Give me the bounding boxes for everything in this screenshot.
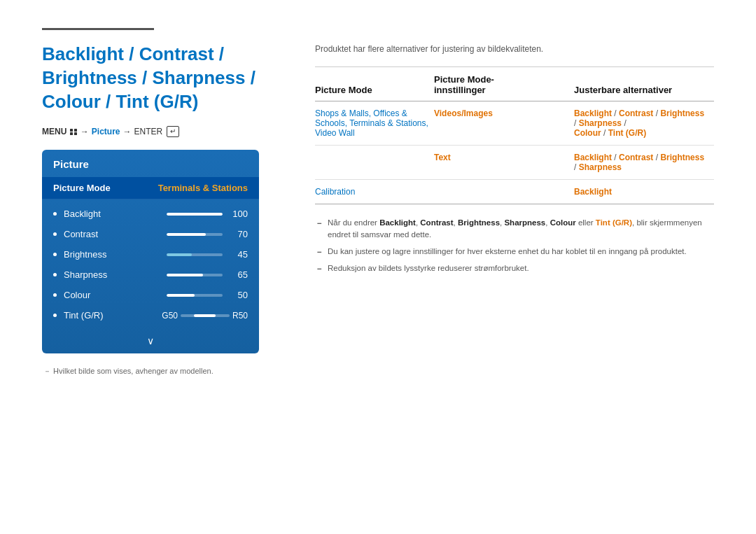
- slider-fill-sharpness: [167, 274, 203, 276]
- item-label-sharpness: Sharpness: [64, 269, 167, 280]
- item-label-contrast: Contrast: [64, 229, 167, 239]
- notes-section: － Når du endrer Backlight, Contrast, Bri…: [315, 217, 714, 275]
- cell-adjustable-3: Backlight: [574, 180, 714, 204]
- adj-backlight-2: Backlight: [574, 153, 612, 162]
- note-item-1: － Når du endrer Backlight, Contrast, Bri…: [315, 217, 714, 241]
- table-row: Text Backlight / Contrast / Brightness /…: [315, 146, 714, 180]
- adj-backlight-3: Backlight: [574, 187, 612, 197]
- cell-mode-3: Calibration: [315, 180, 434, 204]
- mode-link-calibration: Calibration: [315, 187, 355, 197]
- adj-sharpness-2: Sharpness: [579, 162, 622, 172]
- slider-value-brightness: 45: [228, 249, 248, 260]
- mode-link-shops: Shops & Malls, Offices & Schools, Termin…: [315, 108, 428, 138]
- page-container: Backlight / Contrast / Brightness / Shar…: [0, 0, 756, 534]
- tint-bar: [181, 314, 230, 317]
- note-dash-3: －: [315, 263, 323, 275]
- left-section: Backlight / Contrast / Brightness / Shar…: [42, 43, 287, 377]
- adj-brightness-1: Brightness: [660, 108, 704, 118]
- right-intro-text: Produktet har flere alternativer for jus…: [315, 43, 714, 54]
- adj-contrast-2: Contrast: [619, 153, 653, 162]
- tint-right-label: R50: [232, 311, 248, 321]
- info-table: Picture Mode Picture Mode-innstillinger …: [315, 67, 714, 204]
- item-label-brightness: Brightness: [64, 249, 167, 260]
- adj-sep-1d: /: [624, 118, 626, 128]
- slider-value-backlight: 100: [228, 209, 248, 219]
- menu-grid-icon: [70, 129, 77, 136]
- enter-icon: ↵: [167, 126, 179, 137]
- col-header-mode: Picture Mode: [315, 67, 434, 101]
- slider-sharpness[interactable]: 65: [167, 269, 248, 280]
- picture-panel: Picture Picture Mode Terminals & Station…: [42, 150, 259, 353]
- note-text-3: Reduksjon av bildets lysstyrke reduserer…: [328, 262, 529, 274]
- menu-item-tint[interactable]: Tint (G/R) G50 R50: [42, 305, 259, 325]
- menu-item-brightness[interactable]: Brightness 45: [42, 244, 259, 265]
- slider-value-colour: 50: [228, 290, 248, 300]
- menu-item-colour[interactable]: Colour 50: [42, 285, 259, 305]
- col-header-adjustable: Justerbare alternativer: [574, 67, 714, 101]
- cell-mode-1: Shops & Malls, Offices & Schools, Termin…: [315, 101, 434, 146]
- slider-bar-colour: [167, 294, 223, 297]
- adj-tint-1: Tint (G/R): [608, 128, 646, 138]
- adj-contrast-1: Contrast: [619, 108, 653, 118]
- adj-colour-1: Colour: [574, 128, 601, 138]
- settings-videos: Videos/Images: [434, 108, 493, 118]
- enter-arrow-icon: ↵: [170, 127, 176, 136]
- tint-slider[interactable]: G50 R50: [162, 311, 248, 321]
- adj-sep-2c: /: [574, 162, 579, 172]
- table-row: Calibration Backlight: [315, 180, 714, 204]
- right-section: Produktet har flere alternativer for jus…: [315, 43, 714, 275]
- menu-item-contrast[interactable]: Contrast 70: [42, 224, 259, 244]
- slider-bar-backlight: [167, 213, 223, 216]
- dot-icon: [53, 253, 57, 256]
- menu-items-list: Backlight 100 Contrast: [42, 199, 259, 330]
- slider-contrast[interactable]: 70: [167, 229, 248, 239]
- chevron-down-icon: ∨: [147, 335, 154, 346]
- cell-settings-1: Videos/Images: [434, 101, 574, 146]
- adj-sharpness-1: Sharpness: [579, 118, 622, 128]
- cell-settings-3: [434, 180, 574, 204]
- note-text-1: Når du endrer Backlight, Contrast, Brigh…: [328, 217, 714, 241]
- slider-colour[interactable]: 50: [167, 290, 248, 300]
- menu-path: MENU → Picture → ENTER ↵: [42, 126, 287, 137]
- dot-icon: [53, 232, 57, 236]
- picture-mode-row[interactable]: Picture Mode Terminals & Stations: [42, 177, 259, 199]
- col-header-settings: Picture Mode-innstillinger: [434, 67, 574, 101]
- note-dash-1: －: [315, 218, 323, 230]
- adj-backlight-1: Backlight: [574, 108, 612, 118]
- menu-item-sharpness[interactable]: Sharpness 65: [42, 265, 259, 285]
- slider-bar-contrast: [167, 233, 223, 236]
- dot-icon: [53, 212, 57, 216]
- note-dash-2: －: [315, 246, 323, 258]
- adj-sep-1e: /: [603, 128, 608, 138]
- picture-mode-value: Terminals & Stations: [158, 183, 248, 193]
- slider-brightness[interactable]: 45: [167, 249, 248, 260]
- table-row: Shops & Malls, Offices & Schools, Termin…: [315, 101, 714, 146]
- adj-brightness-2: Brightness: [660, 153, 704, 162]
- cell-adjustable-1: Backlight / Contrast / Brightness / Shar…: [574, 101, 714, 146]
- page-title: Backlight / Contrast / Brightness / Shar…: [42, 43, 287, 113]
- slider-value-contrast: 70: [228, 229, 248, 239]
- item-label-tint: Tint (G/R): [64, 310, 162, 321]
- settings-text: Text: [434, 153, 451, 162]
- picture-panel-title: Picture: [42, 150, 259, 177]
- slider-fill-contrast: [167, 233, 206, 236]
- main-content: Backlight / Contrast / Brightness / Shar…: [42, 43, 714, 377]
- tint-fill: [194, 314, 216, 317]
- cell-settings-2: Text: [434, 146, 574, 180]
- menu-label: MENU: [42, 127, 78, 136]
- note-item-3: － Reduksjon av bildets lysstyrke reduser…: [315, 262, 714, 275]
- adj-sep-1c: /: [574, 118, 579, 128]
- item-label-backlight: Backlight: [64, 209, 167, 219]
- dot-icon: [53, 314, 57, 317]
- left-bottom-note: － Hvilket bilde som vises, avhenger av m…: [42, 366, 287, 377]
- note-text-2: Du kan justere og lagre innstillinger fo…: [328, 246, 687, 258]
- menu-item-backlight[interactable]: Backlight 100: [42, 204, 259, 224]
- picture-link: Picture: [92, 127, 120, 136]
- note-item-2: － Du kan justere og lagre innstillinger …: [315, 246, 714, 258]
- slider-backlight[interactable]: 100: [167, 209, 248, 219]
- slider-bar-sharpness: [167, 274, 223, 276]
- chevron-row[interactable]: ∨: [42, 330, 259, 353]
- item-label-colour: Colour: [64, 290, 167, 300]
- arrow2: →: [123, 127, 132, 136]
- top-decorative-line: [42, 28, 154, 30]
